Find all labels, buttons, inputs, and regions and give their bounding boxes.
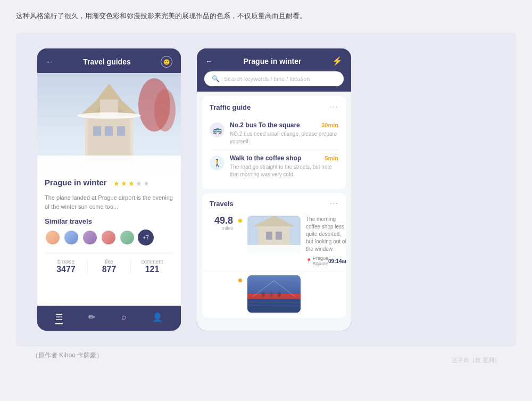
dot-line-2 [238,275,242,282]
svg-rect-12 [117,126,125,136]
main-card: ← Travel guides 🙂 [16,32,516,347]
phone-left: ← Travel guides 🙂 [37,48,181,331]
star-2: ★ [121,179,127,187]
right-back-arrow[interactable]: ← [205,57,213,66]
avatar-2 [63,230,79,245]
star-4: ★ [136,179,142,187]
svg-rect-16 [258,226,290,248]
right-content: Traffic guide ··· 🚌 No.2 bus To the squa… [197,92,351,331]
left-phone-header: ← Travel guides 🙂 [37,48,181,73]
star-1: ★ [113,179,120,187]
travel-location-row-1: 📍 Prague Square 09:14am [306,256,346,266]
location-tag-1: 📍 Prague Square [306,256,328,266]
avatar-4 [101,230,117,245]
nav-list-icon[interactable]: ☰ [55,312,63,324]
page-wrapper: 这种风格流行了很久，用渐变色彩和弥漫投影来完美的展现作品的色系，不仅质量高而且耐… [0,0,532,370]
travel-info-1: The morning coffee shop less quite deser… [306,216,346,266]
travels-section: Travels ··· 49.8 miles [202,193,346,318]
travel-card-2 [202,272,346,318]
search-icon: 🔍 [212,75,220,83]
travel-img-1 [247,216,301,253]
stat-like: like 877 [88,259,131,274]
travel-image [37,73,181,171]
bridge-mini-svg [247,275,301,313]
walk-icon-wrap: 🚶 [210,156,225,170]
star-3: ★ [128,179,135,187]
svg-rect-5 [88,118,130,161]
nav-edit-icon[interactable]: ✏ [88,312,95,324]
nav-user-icon[interactable]: 👤 [152,312,163,324]
walk-icon: 🚶 [213,159,222,167]
traffic-body-bus: No.2 bus To the square 30min NO.2 bus ne… [230,121,338,145]
snow-image [247,216,301,253]
search-bar[interactable]: 🔍 Search keywords / time / location [204,71,344,86]
like-value: 877 [102,265,117,274]
walk-title-row: Walk to the coffee shop 5min [230,154,338,162]
bridge-image [247,275,301,313]
travel-time-1: 09:14am [328,258,346,264]
browse-label: browse [45,259,87,265]
distance-num-1: 49.8 [214,215,233,226]
traffic-guide-card: Traffic guide ··· 🚌 No.2 bus To the squa… [202,96,346,189]
left-header-title: Travel guides [83,58,130,66]
right-phone-header: ← Prague in winter ⚡ [197,48,351,71]
svg-rect-11 [105,126,113,136]
svg-point-28 [278,292,281,297]
travel-desc: The plane landed at Prague airport is th… [45,193,173,211]
star-rating: ★ ★ ★ ★ ★ [113,179,149,187]
avatar-row: +7 [45,230,173,245]
dot-line-1 [238,216,242,223]
similar-title: Similar travels [45,217,173,225]
traffic-header: Traffic guide ··· [210,102,338,112]
footer-text: （原作者 Kihoo 卡牌豪） [32,351,103,359]
travels-header: Travels ··· [202,193,346,212]
svg-rect-19 [276,232,282,240]
svg-point-2 [154,89,176,132]
comment-label: comment [131,259,173,265]
travels-title: Travels [210,200,234,208]
left-header-icon[interactable]: 🙂 [161,56,172,68]
bus-time: 30min [321,122,338,128]
svg-rect-14 [37,156,181,171]
travel-title: Prague in winter [45,178,107,187]
avatar-more: +7 [138,230,154,245]
bottom-nav: ☰ ✏ ⌕ 👤 [37,306,181,331]
avatar-1 [45,230,61,245]
dot-yellow-1 [238,219,242,223]
lightning-icon: ⚡ [332,56,343,66]
location-name-1: Prague Square [313,256,328,266]
traffic-item-walk: 🚶 Walk to the coffee shop 5min The road … [210,150,338,183]
phone-right: ← Prague in winter ⚡ 🔍 Search keywords /… [197,48,351,331]
traffic-title: Traffic guide [210,103,251,111]
browse-value: 3477 [56,265,76,274]
stat-browse: browse 3477 [45,259,88,274]
title-row: Prague in winter ★ ★ ★ ★ ★ [45,178,173,189]
nav-search-icon[interactable]: ⌕ [121,312,127,324]
comment-value: 121 [145,265,160,274]
travel-distance-1: 49.8 miles [210,216,233,231]
bus-icon: 🚌 [213,126,222,134]
svg-rect-20 [247,245,301,253]
travels-more-dots[interactable]: ··· [330,199,338,208]
svg-point-27 [270,292,273,297]
bus-desc: NO.2 bus need small change, please prepa… [230,130,338,145]
avatar-5 [119,230,135,245]
smiley-icon: 🙂 [163,59,170,65]
right-header-title: Prague in winter [244,57,302,66]
stat-comment: comment 121 [131,259,173,274]
svg-rect-22 [247,296,301,299]
traffic-item-bus: 🚌 No.2 bus To the square 30min NO.2 bus … [210,117,338,150]
search-placeholder: Search keywords / time / location [224,76,310,82]
svg-rect-10 [93,126,101,136]
travel-img-2 [247,275,301,313]
svg-point-13 [77,112,141,119]
travel-info-text-1: The morning coffee shop less quite deser… [306,216,346,253]
avatar-3 [82,230,98,245]
left-back-arrow[interactable]: ← [46,58,53,66]
traffic-more-dots[interactable]: ··· [330,102,338,112]
like-label: like [88,259,130,265]
footer-note: （原作者 Kihoo 卡牌豪） 达字典｛数·星网｝ [16,347,516,364]
walk-title: Walk to the coffee shop [230,154,301,162]
star-5: ★ [143,179,149,187]
intro-text: 这种风格流行了很久，用渐变色彩和弥漫投影来完美的展现作品的色系，不仅质量高而且耐… [16,10,516,22]
